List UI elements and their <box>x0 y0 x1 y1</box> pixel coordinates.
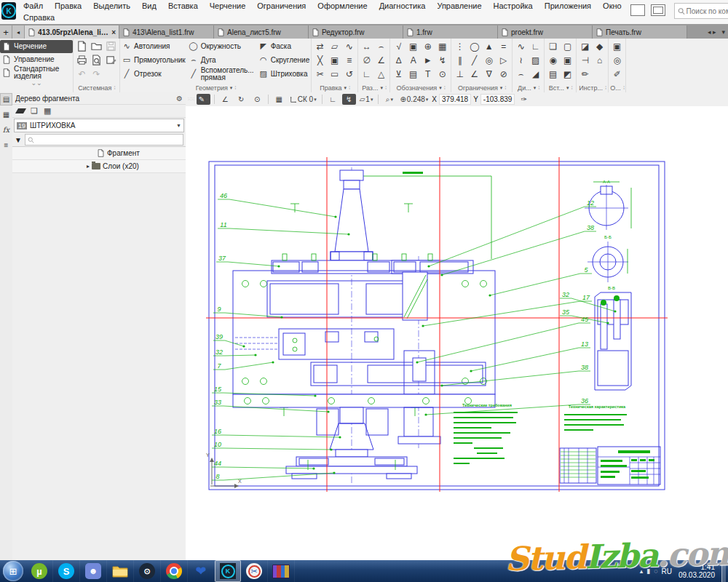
clock[interactable]: 1:41 09.03.2020 <box>678 563 715 580</box>
snap-settings-button[interactable]: ✎▾ <box>197 94 210 105</box>
document-tab[interactable]: 1.frw × <box>403 25 498 39</box>
document-tab[interactable]: Редуктор.frw × <box>309 25 403 39</box>
tray-icon[interactable]: ▮ <box>646 567 650 575</box>
edit-tool-icon[interactable]: ≡ <box>342 53 356 67</box>
constraint-tool-icon[interactable]: ◯ <box>467 39 481 53</box>
print-icon[interactable] <box>75 53 89 67</box>
constraint-tool-icon[interactable]: ⊘ <box>496 67 510 81</box>
geometry-tool-button[interactable]: ◤ Фаска <box>258 39 310 53</box>
constraint-tool-icon[interactable]: ▷ <box>496 53 510 67</box>
menu-item[interactable]: Оформление <box>312 1 373 10</box>
geometry-tool-button[interactable]: ▭ Прямоугольник <box>122 53 186 67</box>
dimension-tool-icon[interactable]: △ <box>374 67 388 81</box>
o-tool-icon[interactable]: ◎ <box>610 53 624 67</box>
taskbar-utorrent-icon[interactable]: µ <box>26 560 53 582</box>
position-callout[interactable]: 16 <box>214 428 221 435</box>
taskbar-chrome-icon[interactable] <box>161 560 188 582</box>
diagnostic-tool-icon[interactable]: ◢ <box>529 67 542 81</box>
diagnostic-tool-icon[interactable]: ≀ <box>514 53 528 67</box>
section-dropdown-icon[interactable]: ▾ <box>500 85 503 91</box>
diagnostic-tool-icon[interactable]: ∟ <box>529 39 542 53</box>
constraint-tool-icon[interactable]: ∠ <box>467 67 481 81</box>
geometry-tool-button[interactable]: ∿ Автолиния <box>122 39 186 53</box>
search-input[interactable] <box>685 7 728 16</box>
o-tool-icon[interactable]: ✐ <box>610 67 624 81</box>
designation-tool-icon[interactable]: ▤ <box>406 67 420 81</box>
designation-tool-icon[interactable]: ⊻ <box>392 67 405 81</box>
menu-item[interactable]: Выделить <box>87 1 136 10</box>
geometry-tool-button[interactable]: ╱ Отрезок <box>122 67 186 81</box>
section-dropdown-icon[interactable]: ▾ <box>439 85 442 91</box>
taskbar-discord-icon[interactable]: ☻ <box>80 560 107 582</box>
tools-tool-icon[interactable]: ⊣ <box>578 53 592 67</box>
drawing-view[interactable]: Y X <box>186 106 728 560</box>
tab-list-icon[interactable]: ▾ <box>719 28 728 36</box>
designation-tool-icon[interactable]: ⊙ <box>435 67 449 81</box>
position-callout[interactable]: 13 <box>581 340 588 348</box>
menu-item[interactable]: Черчение <box>204 1 252 10</box>
insert-tool-icon[interactable]: ▢ <box>561 39 574 53</box>
edit-tool-icon[interactable]: ▱ <box>328 39 341 53</box>
document-tab[interactable]: Печать.frw × <box>593 25 687 39</box>
dimension-tool-icon[interactable]: ⌢ <box>374 39 388 53</box>
command-search[interactable] <box>674 3 728 19</box>
edit-tool-icon[interactable]: ✂ <box>313 67 327 81</box>
insert-tool-icon[interactable]: ▤ <box>546 67 560 81</box>
taskbar-explorer-icon[interactable] <box>107 560 134 582</box>
undo-icon[interactable]: ↶ <box>75 67 89 81</box>
section-dropdown-icon[interactable]: ▾ <box>230 85 233 91</box>
insert-tool-icon[interactable]: ◩ <box>561 67 574 81</box>
edit-tool-icon[interactable]: ▭ <box>328 67 341 81</box>
edit-tool-icon[interactable]: ↺ <box>342 67 356 81</box>
taskbar-kompas-icon[interactable]: K <box>215 560 241 582</box>
screen-view-icon[interactable] <box>651 4 665 16</box>
panel-settings-icon[interactable]: ⚙ <box>176 95 183 103</box>
designation-tool-icon[interactable]: √ <box>392 39 405 53</box>
constraint-tool-icon[interactable]: ∇ <box>482 67 496 81</box>
position-callout[interactable]: 45 <box>581 316 589 323</box>
layers-icon[interactable] <box>15 108 26 113</box>
insert-tool-icon[interactable]: ◉ <box>546 53 560 67</box>
section-dropdown-icon[interactable]: ▾ <box>566 85 569 91</box>
position-callout[interactable]: 5 <box>584 266 588 274</box>
tab-scroll-right-icon[interactable]: ◂ ▸ <box>705 28 719 36</box>
position-callout[interactable]: 8 <box>215 473 219 480</box>
position-callout[interactable]: 12 <box>587 199 594 207</box>
section-dropdown-icon[interactable]: ▾ <box>380 85 383 91</box>
menu-item[interactable]: Диагностика <box>373 1 432 10</box>
constraint-tool-icon[interactable]: ⊥ <box>453 67 467 81</box>
tools-tool-icon[interactable]: ◆ <box>593 39 606 53</box>
grid-icon[interactable]: ▦ <box>272 94 286 105</box>
document-tab[interactable]: 413\Alena_list1.frw × <box>119 25 214 39</box>
document-tab[interactable]: Alena_лист5.frw × <box>214 25 309 39</box>
constraint-tool-icon[interactable]: ⋮ <box>453 39 467 53</box>
detail-section-b[interactable]: Б-Б <box>587 235 628 282</box>
save-as-icon[interactable] <box>104 53 118 67</box>
language-indicator[interactable]: RU <box>661 567 671 575</box>
position-callout[interactable]: 7 <box>217 362 221 370</box>
geometry-tool-button[interactable]: ◠ Скругление <box>258 53 310 67</box>
tools-tool-icon[interactable]: ✏ <box>578 67 592 81</box>
geometry-tool-button[interactable]: ⌢ Дуга <box>189 53 256 67</box>
position-callout[interactable]: 38 <box>581 364 588 371</box>
section-dropdown-icon[interactable]: ▾ <box>344 85 347 91</box>
taskbar-health-icon[interactable]: ❤ <box>188 560 215 582</box>
expand-arrow-icon[interactable]: ▸ <box>87 163 90 170</box>
tree-search-input[interactable] <box>25 134 183 146</box>
diagnostic-tool-icon[interactable]: ∿ <box>514 39 528 53</box>
position-callout[interactable]: 39 <box>215 333 223 340</box>
menu-item[interactable]: Управление <box>431 1 487 10</box>
copy-properties-icon[interactable]: ❏ <box>31 106 38 116</box>
position-callout[interactable]: 35 <box>562 308 570 316</box>
menu-item[interactable]: Справка <box>17 13 60 22</box>
constraint-tool-icon[interactable]: ∥ <box>453 53 467 67</box>
dimension-tool-icon[interactable]: ∅ <box>360 53 373 67</box>
position-callout[interactable]: 17 <box>582 294 590 301</box>
y-coordinate-value[interactable]: -103.839 <box>480 94 515 105</box>
visibility-icon[interactable]: ⊙ <box>250 94 264 105</box>
hidden-icons-icon[interactable]: ▴ <box>640 567 644 575</box>
menu-item[interactable]: Файл <box>17 1 49 10</box>
parameters-panel-icon[interactable]: ▦ <box>1 109 12 120</box>
new-tab-button[interactable]: + <box>0 25 12 39</box>
position-callout[interactable]: 33 <box>214 399 221 406</box>
